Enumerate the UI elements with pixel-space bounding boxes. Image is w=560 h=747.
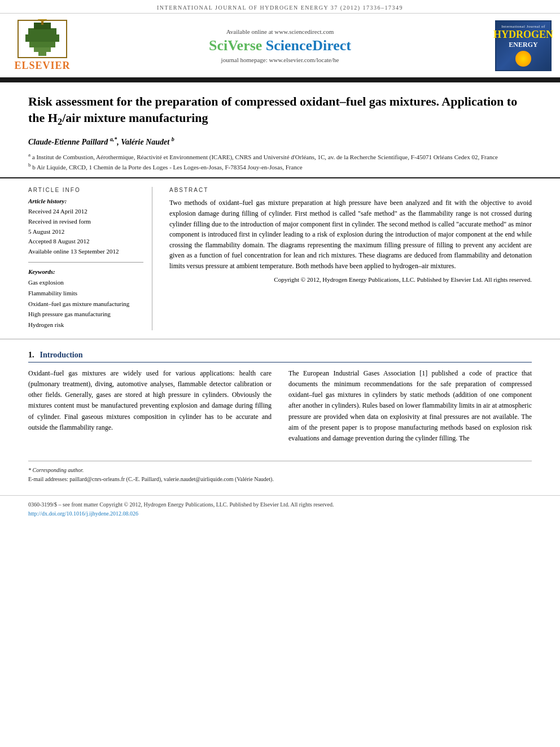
corresponding-label: * Corresponding author. — [28, 467, 84, 473]
abstract-section: ABSTRACT Two methods of oxidant–fuel gas… — [169, 187, 532, 330]
hydrogen-logo: International Journal of HYDROGEN ENERGY — [484, 20, 552, 71]
keywords-heading: Keywords: — [28, 268, 143, 275]
paper-title: Risk assessment for the preparation of c… — [28, 94, 532, 128]
intl-label: International Journal of — [501, 24, 545, 29]
intro-heading: 1. Introduction — [28, 351, 532, 362]
available-online: Available online at www.sciencedirect.co… — [82, 28, 478, 35]
article-info-label: ARTICLE INFO — [28, 187, 143, 193]
available-date: Available online 13 September 2012 — [28, 247, 143, 257]
article-history: Article history: Received 24 April 2012 … — [28, 198, 143, 256]
footnote-area: * Corresponding author. E-mail addresses… — [28, 461, 532, 484]
title-section: Risk assessment for the preparation of c… — [0, 82, 560, 178]
body-section: 1. Introduction Oxidant–fuel gas mixture… — [0, 339, 560, 495]
journal-header: INTERNATIONAL JOURNAL OF HYDROGEN ENERGY… — [0, 0, 560, 14]
sciverse-word: SciVerse — [209, 37, 266, 54]
hydrogen-badge: International Journal of HYDROGEN ENERGY — [495, 20, 552, 71]
affil-a: a a Institut de Combustion, Aérothermiqu… — [28, 151, 532, 161]
keyword3: Oxidant–fuel gas mixture manufacturing — [28, 299, 143, 309]
keywords-section: Keywords: Gas explosion Flammability lim… — [28, 268, 143, 330]
divider — [28, 262, 143, 263]
intro-right: The European Industrial Gases Associatio… — [288, 368, 532, 444]
journal-homepage-text: journal homepage: www.elsevier.com/locat… — [221, 56, 339, 63]
intro-left: Oxidant–fuel gas mixtures are widely use… — [28, 368, 272, 444]
available-online-text: Available online at www.sciencedirect.co… — [226, 28, 334, 35]
history-heading: Article history: — [28, 198, 143, 204]
article-abstract-section: ARTICLE INFO Article history: Received 2… — [0, 178, 560, 339]
intro-left-text: Oxidant–fuel gas mixtures are widely use… — [28, 368, 272, 433]
affil-b-text: b Air Liquide, CRCD, 1 Chemin de la Port… — [32, 164, 302, 171]
doi-line: http://dx.doi.org/10.1016/j.ijhydene.201… — [28, 509, 532, 518]
elsevier-text: ELSEVIER — [14, 60, 70, 72]
energy-circle-icon — [515, 51, 531, 67]
copyright-text: Copyright © 2012, Hydrogen Energy Public… — [169, 276, 532, 283]
email-line-text: E-mail addresses: paillard@cnrs-orleans.… — [28, 476, 274, 482]
sciverse-title: SciVerse ScienceDirect — [82, 37, 478, 54]
keyword2: Flammability limits — [28, 288, 143, 299]
doi-link[interactable]: http://dx.doi.org/10.1016/j.ijhydene.201… — [28, 510, 138, 517]
section-num: 1. — [28, 351, 34, 360]
sciverse-block: Available online at www.sciencedirect.co… — [82, 28, 478, 63]
journal-homepage: journal homepage: www.elsevier.com/locat… — [82, 56, 478, 63]
corresponding-author: * Corresponding author. — [28, 466, 532, 475]
keyword5: Hydrogen risk — [28, 320, 143, 330]
bottom-bar: 0360-3199/$ – see front matter Copyright… — [0, 495, 560, 523]
received-revised-label: Received in revised form — [28, 217, 143, 227]
hydrogen-word: HYDROGEN — [493, 29, 553, 41]
affil-b: b b Air Liquide, CRCD, 1 Chemin de la Po… — [28, 161, 532, 172]
keyword4: High pressure gas manufacturing — [28, 309, 143, 320]
paper-title-suffix: /air mixture manufacturing — [62, 111, 208, 125]
intro-right-text: The European Industrial Gases Associatio… — [288, 368, 532, 444]
abstract-text: Two methods of oxidant–fuel gas mixture … — [169, 198, 532, 271]
email-footnote: E-mail addresses: paillard@cnrs-orleans.… — [28, 475, 532, 484]
intro-two-col: Oxidant–fuel gas mixtures are widely use… — [28, 368, 532, 444]
received-revised-date: 5 August 2012 — [28, 227, 143, 237]
energy-word: ENERGY — [509, 41, 537, 49]
authors: Claude-Etienne Paillard a,*, Valérie Nau… — [28, 136, 532, 147]
elsevier-tree-icon — [17, 19, 68, 59]
elsevier-logo: ELSEVIER — [8, 19, 76, 72]
article-info: ARTICLE INFO Article history: Received 2… — [28, 187, 152, 330]
journal-header-text: INTERNATIONAL JOURNAL OF HYDROGEN ENERGY… — [157, 5, 403, 11]
received-date: Received 24 April 2012 — [28, 207, 143, 217]
affil-a-text: a Institut de Combustion, Aérothermique,… — [32, 154, 498, 160]
sciencedirect-word: ScienceDirect — [266, 37, 351, 54]
accepted-date: Accepted 8 August 2012 — [28, 237, 143, 247]
header-area: ELSEVIER Available online at www.science… — [0, 14, 560, 79]
keyword1: Gas explosion — [28, 277, 143, 288]
affiliations: a a Institut de Combustion, Aérothermiqu… — [28, 151, 532, 172]
issn-line: 0360-3199/$ – see front matter Copyright… — [28, 500, 532, 509]
section-title: Introduction — [40, 351, 83, 360]
abstract-label: ABSTRACT — [169, 187, 532, 193]
h2-subscript: 2 — [58, 116, 62, 127]
